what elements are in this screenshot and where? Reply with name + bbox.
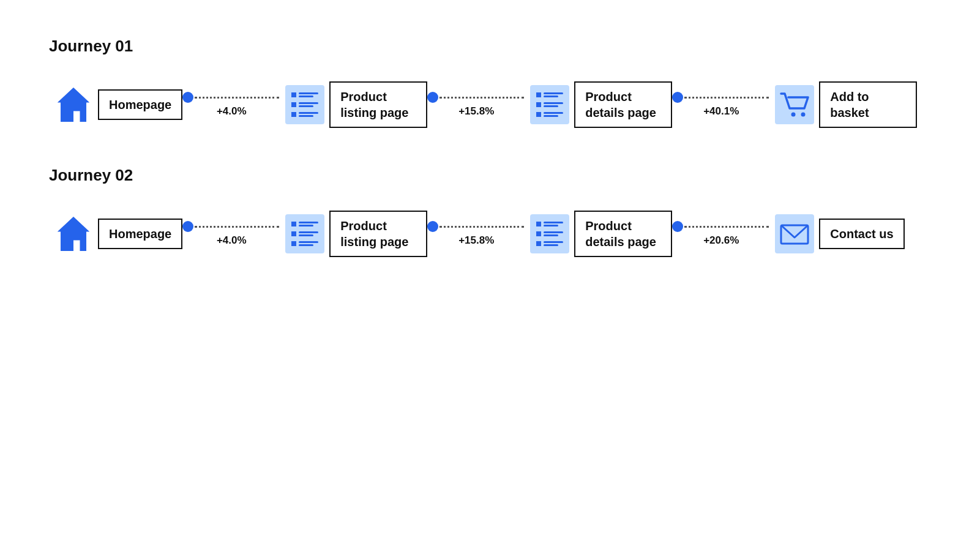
svg-rect-4 <box>299 95 313 97</box>
svg-rect-17 <box>544 105 558 107</box>
svg-point-23 <box>801 113 806 117</box>
svg-rect-2 <box>291 92 296 97</box>
svg-rect-6 <box>299 102 318 104</box>
connector-dashes <box>440 226 524 228</box>
svg-rect-27 <box>299 222 318 223</box>
journey-node: Product details page <box>525 209 672 258</box>
journey-title: Journey 02 <box>49 166 931 185</box>
connector-dashes <box>195 97 279 99</box>
connector-percent: +15.8% <box>458 105 494 118</box>
connector-percent: +40.1% <box>703 105 739 118</box>
node-label: Product listing page <box>329 211 427 257</box>
svg-rect-8 <box>291 112 296 117</box>
node-label: Add to basket <box>819 81 917 128</box>
svg-rect-32 <box>291 241 296 246</box>
svg-rect-38 <box>544 225 558 226</box>
svg-rect-37 <box>544 222 563 223</box>
svg-rect-29 <box>291 231 296 236</box>
connector-line <box>427 92 525 103</box>
journey-node: Contact us <box>770 209 904 258</box>
cart-icon <box>770 80 819 129</box>
listing-icon <box>525 80 574 129</box>
connector-line <box>672 92 770 103</box>
connector-percent: +20.6% <box>703 234 739 247</box>
node-label: Product details page <box>574 211 672 257</box>
journey-node: Homepage <box>49 209 182 258</box>
connector-dot <box>182 92 193 103</box>
connector-dot <box>672 221 683 232</box>
svg-rect-20 <box>544 115 558 117</box>
connector-dashes <box>195 226 279 228</box>
journey-section: Journey 01 Homepage +4.0% Product listin… <box>49 37 931 129</box>
home-icon <box>49 209 98 258</box>
svg-rect-42 <box>536 241 541 246</box>
connector-dot <box>427 221 438 232</box>
svg-rect-44 <box>544 244 558 246</box>
connector: +40.1% <box>672 92 770 118</box>
connector-dot <box>672 92 683 103</box>
svg-rect-21 <box>775 85 814 124</box>
svg-rect-13 <box>544 92 563 94</box>
svg-point-22 <box>791 113 796 117</box>
connector-line <box>427 221 525 232</box>
connector: +20.6% <box>672 221 770 247</box>
listing-icon <box>280 80 329 129</box>
svg-rect-34 <box>299 244 313 246</box>
node-label: Homepage <box>98 89 182 120</box>
svg-rect-19 <box>544 112 563 114</box>
svg-rect-28 <box>299 225 313 226</box>
svg-rect-31 <box>299 234 313 236</box>
svg-rect-7 <box>299 105 313 107</box>
connector-dot <box>182 221 193 232</box>
svg-rect-39 <box>536 231 541 236</box>
journey-section: Journey 02 Homepage +4.0% Product listin… <box>49 166 931 258</box>
connector: +4.0% <box>182 221 280 247</box>
svg-rect-10 <box>299 115 313 117</box>
listing-icon <box>525 209 574 258</box>
connector: +15.8% <box>427 221 525 247</box>
svg-rect-18 <box>536 112 541 117</box>
connector-dashes <box>684 97 769 99</box>
listing-icon <box>280 209 329 258</box>
journey-node: Product details page <box>525 80 672 129</box>
node-label: Product listing page <box>329 81 427 128</box>
svg-rect-40 <box>544 231 563 233</box>
svg-rect-3 <box>299 92 318 94</box>
journey-flow: Homepage +4.0% Product listing page +15.… <box>49 209 931 258</box>
svg-rect-11 <box>530 85 569 124</box>
node-label: Homepage <box>98 219 182 249</box>
mail-icon <box>770 209 819 258</box>
journey-node: Add to basket <box>770 80 917 129</box>
journey-node: Product listing page <box>280 209 427 258</box>
svg-rect-9 <box>299 112 318 114</box>
svg-rect-33 <box>299 241 318 243</box>
svg-rect-43 <box>544 241 563 243</box>
connector-line <box>182 221 280 232</box>
home-icon <box>49 80 98 129</box>
connector-percent: +15.8% <box>458 234 494 247</box>
svg-rect-36 <box>536 222 541 226</box>
journey-node: Product listing page <box>280 80 427 129</box>
connector-percent: +4.0% <box>217 234 247 247</box>
connector-percent: +4.0% <box>217 105 247 118</box>
node-label: Contact us <box>819 219 904 249</box>
node-label: Product details page <box>574 81 672 128</box>
connector-line <box>672 221 770 232</box>
svg-rect-16 <box>544 102 563 104</box>
connector-line <box>182 92 280 103</box>
journey-title: Journey 01 <box>49 37 931 56</box>
connector-dashes <box>684 226 769 228</box>
svg-rect-41 <box>544 234 558 236</box>
connector: +15.8% <box>427 92 525 118</box>
svg-marker-0 <box>58 88 90 122</box>
svg-rect-1 <box>285 85 324 124</box>
svg-rect-15 <box>536 102 541 107</box>
connector-dot <box>427 92 438 103</box>
svg-rect-14 <box>544 95 558 97</box>
journey-flow: Homepage +4.0% Product listing page +15.… <box>49 80 931 129</box>
svg-rect-26 <box>291 222 296 226</box>
connector: +4.0% <box>182 92 280 118</box>
svg-rect-35 <box>530 214 569 253</box>
svg-rect-25 <box>285 214 324 253</box>
svg-marker-24 <box>58 217 90 251</box>
